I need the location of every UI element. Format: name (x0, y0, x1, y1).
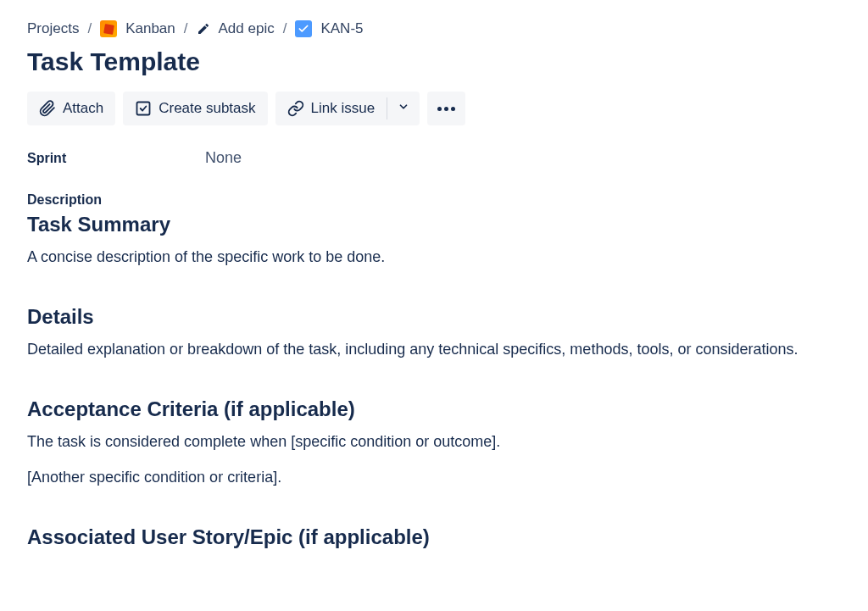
description-label: Description (27, 192, 841, 208)
more-icon (437, 107, 455, 111)
link-issue-split-button: Link issue (275, 92, 420, 125)
breadcrumb: Projects / Kanban / Add epic / KAN-5 (27, 20, 841, 37)
attach-button[interactable]: Attach (27, 92, 115, 125)
summary-body: A concise description of the specific wo… (27, 247, 841, 268)
link-issue-button[interactable]: Link issue (275, 92, 387, 125)
more-actions-button[interactable] (427, 92, 465, 125)
sprint-field: Sprint None (27, 149, 841, 167)
link-issue-dropdown[interactable] (387, 92, 420, 125)
pencil-icon (197, 22, 210, 36)
link-issue-label: Link issue (311, 100, 376, 117)
attach-label: Attach (63, 100, 103, 117)
acceptance-heading: Acceptance Criteria (if applicable) (27, 397, 841, 421)
acceptance-body-1: The task is considered complete when [sp… (27, 431, 841, 453)
associated-heading: Associated User Story/Epic (if applicabl… (27, 525, 841, 549)
subtask-icon (135, 100, 152, 117)
breadcrumb-issue-key[interactable]: KAN-5 (320, 20, 363, 37)
acceptance-body-2: [Another specific condition or criteria]… (27, 467, 841, 488)
breadcrumb-kanban[interactable]: Kanban (125, 20, 175, 37)
page-title: Task Template (27, 47, 841, 76)
sprint-value[interactable]: None (205, 149, 242, 167)
details-heading: Details (27, 305, 841, 329)
chevron-down-icon (398, 100, 409, 117)
task-type-icon (295, 20, 312, 37)
create-subtask-label: Create subtask (159, 100, 255, 117)
breadcrumb-projects[interactable]: Projects (27, 20, 79, 37)
breadcrumb-separator: / (87, 20, 92, 37)
link-icon (287, 100, 304, 117)
breadcrumb-separator: / (283, 20, 287, 37)
kanban-project-icon (100, 20, 117, 37)
summary-heading: Task Summary (27, 213, 841, 236)
paperclip-icon (39, 100, 56, 117)
svg-rect-0 (137, 103, 150, 115)
create-subtask-button[interactable]: Create subtask (123, 92, 267, 125)
toolbar: Attach Create subtask Link issue (27, 92, 841, 125)
sprint-label: Sprint (27, 151, 205, 166)
details-body: Detailed explanation or breakdown of the… (27, 339, 841, 360)
breadcrumb-add-epic[interactable]: Add epic (219, 20, 275, 37)
breadcrumb-separator: / (184, 20, 188, 37)
